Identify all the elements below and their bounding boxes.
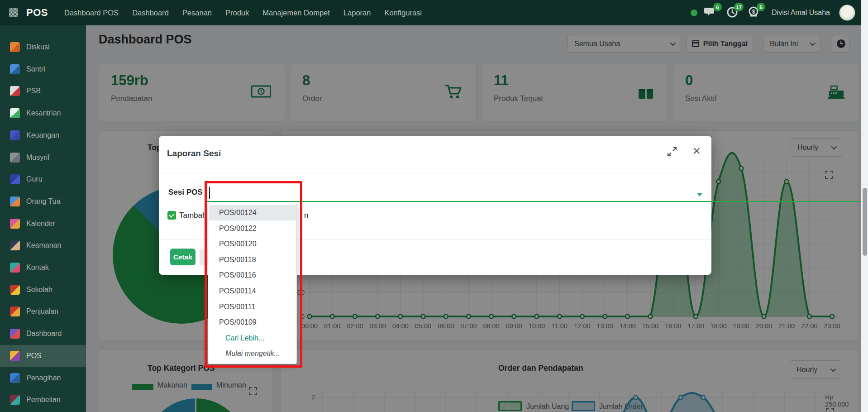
nav-item-manajemen-dompet[interactable]: Manajemen Dompet — [262, 9, 330, 17]
sidebar-item-pos[interactable]: POS — [0, 345, 86, 367]
left-sidebar: DiskusiSantriPSBKesantrianKeuanganMusyri… — [0, 25, 86, 412]
dashboard-icon — [10, 329, 20, 339]
select-caret-icon[interactable] — [697, 193, 702, 196]
sidebar-item-santri[interactable]: Santri — [0, 58, 86, 80]
sidebar-item-label: Kesantrian — [26, 109, 61, 117]
kalender-icon — [10, 219, 20, 229]
close-icon[interactable]: × — [692, 144, 701, 158]
sidebar-item-label: Sekolah — [26, 286, 52, 294]
app-grid-icon[interactable] — [9, 8, 18, 17]
psb-icon — [10, 86, 20, 96]
annotation-red-box — [205, 181, 302, 368]
sidebar-item-pembelian[interactable]: Pembelian — [0, 389, 86, 411]
sidebar-item-label: Keamanan — [26, 241, 61, 249]
sidebar-item-label: Pembelian — [26, 396, 61, 404]
sidebar-item-penjualan[interactable]: Penjualan — [0, 301, 86, 322]
sidebar-item-keamanan[interactable]: Keamanan — [0, 235, 86, 256]
pos-dashboard-app: POS Dashboard POSDashboardPesananProdukM… — [0, 0, 868, 412]
sidebar-item-label: Musyrif — [26, 153, 50, 162]
sidebar-item-label: Keuangan — [26, 131, 59, 139]
page-scrollbar[interactable] — [861, 0, 868, 412]
nav-item-dashboard-pos[interactable]: Dashboard POS — [64, 9, 119, 17]
keuangan-icon — [10, 130, 20, 140]
sidebar-item-label: Penagihan — [26, 374, 61, 382]
sidebar-item-label: Guru — [26, 175, 43, 183]
history-button[interactable]: 17 — [725, 5, 741, 20]
kesantrian-icon — [10, 108, 20, 118]
pembelian-icon — [10, 395, 20, 405]
user-avatar[interactable] — [839, 5, 855, 21]
nav-item-laporan[interactable]: Laporan — [343, 9, 371, 17]
sesi-pos-label: Sesi POS — [168, 188, 203, 197]
sesi-pos-input[interactable] — [206, 201, 863, 202]
sidebar-item-label: Penjualan — [26, 307, 58, 316]
keamanan-icon — [10, 240, 20, 250]
santri-icon — [10, 64, 20, 74]
pos-icon — [10, 351, 20, 361]
diskusi-icon — [10, 42, 20, 52]
svg-text:$: $ — [752, 9, 755, 15]
sidebar-item-label: Orang Tua — [26, 197, 61, 206]
guru-icon — [10, 174, 20, 184]
modal-header-divider — [159, 173, 711, 173]
sidebar-item-keuangan[interactable]: Keuangan — [0, 125, 86, 146]
cetak-button[interactable]: Cetak — [170, 249, 196, 265]
tambah-checkbox[interactable] — [167, 211, 176, 220]
expand-modal-icon[interactable] — [667, 147, 677, 158]
sidebar-item-kontak[interactable]: Kontak — [0, 257, 86, 278]
sidebar-item-label: Kalender — [26, 220, 55, 228]
navbar-right: 6 17 $ 5 Divisi Amal Usaha — [691, 5, 868, 21]
sidebar-item-dashboard[interactable]: Dashboard — [0, 323, 86, 345]
nav-item-konfigurasi[interactable]: Konfigurasi — [384, 9, 422, 17]
sekolah-icon — [10, 285, 20, 295]
sidebar-item-psb[interactable]: PSB — [0, 80, 86, 102]
kontak-icon — [10, 263, 20, 273]
top-navbar: POS Dashboard POSDashboardPesananProdukM… — [0, 0, 868, 25]
checkbox-label-end: n — [304, 211, 308, 220]
navbar-menu: Dashboard POSDashboardPesananProdukManaj… — [64, 9, 422, 17]
online-status-dot — [691, 10, 697, 16]
sidebar-item-label: Dashboard — [26, 330, 62, 338]
brand-title: POS — [26, 7, 48, 19]
sidebar-item-label: PSB — [26, 87, 41, 95]
payments-button[interactable]: $ 5 — [747, 5, 763, 20]
penjualan-icon — [10, 307, 20, 316]
modal-title: Laporan Sesi — [167, 149, 221, 158]
sidebar-item-orang-tua[interactable]: Orang Tua — [0, 191, 86, 212]
sidebar-item-kesantrian[interactable]: Kesantrian — [0, 102, 86, 124]
sidebar-item-penagihan[interactable]: Penagihan — [0, 367, 86, 389]
sidebar-item-diskusi[interactable]: Diskusi — [0, 36, 86, 58]
sidebar-item-musyrif[interactable]: Musyrif — [0, 147, 86, 168]
checkbox-label-start: Tambah — [179, 211, 206, 220]
sidebar-item-label: Santri — [26, 65, 45, 73]
history-badge: 17 — [734, 3, 744, 11]
musyrif-icon — [10, 153, 20, 163]
nav-item-dashboard[interactable]: Dashboard — [132, 9, 169, 17]
penagihan-icon — [10, 373, 20, 383]
current-division-label[interactable]: Divisi Amal Usaha — [772, 9, 830, 17]
sidebar-item-label: Diskusi — [26, 43, 50, 51]
orang-tua-icon — [10, 196, 20, 206]
sidebar-item-label: Kontak — [26, 263, 49, 272]
sidebar-item-sekolah[interactable]: Sekolah — [0, 279, 86, 301]
sidebar-item-label: POS — [26, 352, 42, 360]
nav-item-pesanan[interactable]: Pesanan — [182, 9, 212, 17]
payments-badge: 5 — [757, 3, 765, 11]
chat-badge: 6 — [713, 3, 722, 11]
sidebar-item-guru[interactable]: Guru — [0, 168, 86, 190]
sidebar-item-kalender[interactable]: Kalender — [0, 213, 86, 235]
nav-item-produk[interactable]: Produk — [225, 9, 249, 17]
chat-button[interactable]: 6 — [704, 5, 719, 20]
scrollbar-thumb[interactable] — [863, 188, 867, 256]
